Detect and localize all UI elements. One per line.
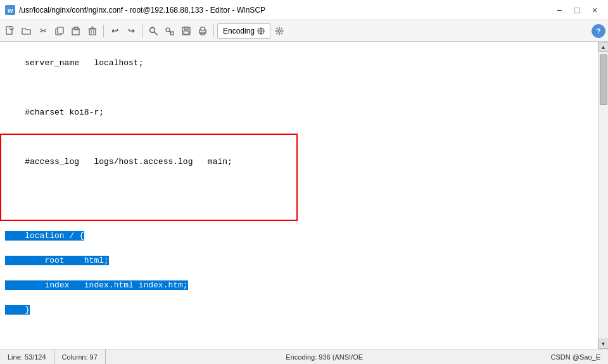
svg-rect-6	[74, 27, 78, 30]
line-count-label: Line: 53/124	[8, 353, 46, 361]
line-7	[5, 205, 593, 218]
vertical-scrollbar[interactable]: ▲ ▼	[598, 42, 608, 349]
svg-rect-4	[58, 27, 63, 34]
delete-button[interactable]	[85, 23, 100, 39]
svg-rect-20	[201, 27, 205, 30]
status-line: Line: 53/124	[0, 349, 54, 364]
line-2	[5, 82, 593, 94]
help-button[interactable]: ?	[592, 24, 605, 38]
line-11-selected: }	[5, 304, 593, 317]
settings-button[interactable]	[272, 23, 287, 39]
find-button[interactable]	[146, 23, 161, 39]
svg-rect-18	[184, 31, 189, 34]
undo-button[interactable]: ↩	[107, 23, 122, 39]
line-4	[5, 131, 593, 144]
app-icon: W	[5, 5, 15, 15]
status-attribution: CSDN @Sao_E	[543, 349, 608, 364]
maximize-button[interactable]: □	[569, 4, 585, 16]
line-10-selected: index index.html index.htm;	[5, 279, 593, 292]
scissors-button[interactable]: ✂	[35, 23, 51, 39]
column-label: Column: 97	[62, 353, 98, 361]
svg-text:W: W	[8, 8, 13, 14]
svg-rect-7	[89, 29, 96, 35]
line-12	[5, 329, 593, 341]
print-button[interactable]	[195, 23, 210, 39]
line-6	[5, 180, 593, 193]
editor-content[interactable]: server_name localhost; #charset koi8-r; …	[0, 42, 598, 349]
separator-2	[142, 25, 142, 37]
encoding-button[interactable]: Encoding	[217, 23, 270, 39]
separator-1	[103, 25, 104, 37]
new-file-button[interactable]	[3, 23, 18, 39]
replace-button[interactable]	[162, 23, 177, 39]
line-5: #access_log logs/host.access.log main;	[5, 156, 593, 168]
redo-button[interactable]: ↪	[124, 23, 139, 39]
copy-button[interactable]	[52, 23, 67, 39]
window-title: /usr/local/nginx/conf/nginx.conf - root@…	[19, 6, 551, 15]
encoding-label: Encoding	[223, 27, 255, 35]
editor-area: server_name localhost; #charset koi8-r; …	[0, 42, 608, 349]
scroll-up-button[interactable]: ▲	[598, 42, 609, 52]
close-button[interactable]: ×	[586, 4, 603, 16]
line-8-selected: location / {	[5, 230, 593, 242]
separator-3	[213, 25, 214, 37]
svg-point-14	[166, 28, 170, 32]
attribution-label: CSDN @Sao_E	[551, 353, 600, 361]
toolbar: ✂ ↩ ↪ Encoding ?	[0, 20, 608, 42]
status-column: Column: 97	[54, 349, 106, 364]
svg-point-24	[278, 30, 281, 32]
line-1: server_name localhost;	[5, 57, 593, 70]
open-file-button[interactable]	[19, 23, 34, 39]
svg-line-13	[155, 32, 158, 35]
svg-rect-17	[184, 27, 188, 30]
line-3: #charset koi8-r;	[5, 106, 593, 119]
save-button[interactable]	[179, 23, 194, 39]
paste-button[interactable]	[68, 23, 84, 39]
scroll-down-button[interactable]: ▼	[598, 339, 609, 349]
window-controls: − □ ×	[551, 4, 603, 16]
scroll-thumb[interactable]	[600, 54, 607, 105]
scroll-track[interactable]	[599, 52, 608, 339]
minimize-button[interactable]: −	[551, 4, 567, 16]
status-encoding: Encoding: 936 (ANSI/OE	[278, 349, 370, 364]
encoding-status-label: Encoding: 936 (ANSI/OE	[286, 353, 363, 361]
titlebar: W /usr/local/nginx/conf/nginx.conf - roo…	[0, 0, 608, 20]
statusbar: Line: 53/124 Column: 97 Encoding: 936 (A…	[0, 349, 608, 364]
line-9-selected: root html;	[5, 254, 593, 267]
